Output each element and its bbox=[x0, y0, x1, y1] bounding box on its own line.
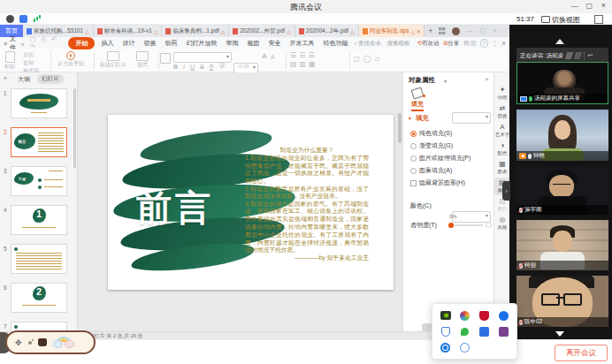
hamburger-icon[interactable]: ≡ bbox=[4, 41, 7, 47]
slide-4-thumbnail[interactable]: 1 bbox=[11, 205, 67, 235]
tab-review[interactable]: 审阅 bbox=[223, 38, 241, 49]
doc-tab-3[interactable]: 临床鲁典档...1.pdf bbox=[162, 25, 229, 37]
strikethrough-button[interactable]: S bbox=[200, 64, 204, 70]
participant-tile-2[interactable]: 钟晗 bbox=[516, 110, 608, 161]
tab-features[interactable]: 特色功能 bbox=[320, 38, 350, 49]
tray-bluetooth-icon[interactable] bbox=[499, 311, 509, 321]
avatar[interactable] bbox=[452, 27, 460, 35]
participant-tile-5[interactable]: 陈中02 bbox=[516, 276, 608, 327]
strip-transition[interactable]: ⇄切换 bbox=[494, 103, 510, 121]
align-icons[interactable]: ▤▥▦ bbox=[290, 60, 318, 68]
bullet-list-icons[interactable]: ☰☰☰ bbox=[290, 51, 317, 59]
more-menu-icon[interactable] bbox=[492, 40, 498, 47]
shape-tools-icons[interactable]: ◻◯▱ bbox=[354, 55, 384, 63]
copy-button[interactable]: 复制 bbox=[23, 59, 39, 67]
thumb-row-2[interactable]: 2 前言 bbox=[0, 127, 78, 163]
italic-button[interactable]: I bbox=[183, 64, 185, 70]
slide-title[interactable]: 前言 bbox=[136, 184, 214, 232]
slide-3-thumbnail[interactable]: 目录 bbox=[11, 166, 67, 196]
participant-tile-3[interactable]: 涂宇南 bbox=[516, 166, 608, 215]
tab-close-icon[interactable] bbox=[417, 28, 420, 34]
tray-nvidia-icon[interactable] bbox=[440, 311, 451, 320]
new-tab-button[interactable]: + bbox=[428, 27, 432, 35]
thumb-row-3[interactable]: 3 目录 bbox=[0, 166, 78, 201]
fill-tab[interactable]: 填充 bbox=[411, 100, 424, 111]
slide-2-thumbnail[interactable]: 前言 bbox=[11, 127, 67, 157]
scroll-up-arrow-icon[interactable] bbox=[555, 39, 564, 44]
tray-purple-icon[interactable] bbox=[499, 327, 509, 337]
fill-style-select[interactable] bbox=[452, 112, 491, 124]
layout-button[interactable]: 版式 bbox=[133, 51, 152, 69]
return-arrow-icon[interactable]: ↩ bbox=[587, 52, 593, 59]
collapse-panel-icon[interactable]: « bbox=[4, 75, 7, 81]
doc-tab-2[interactable]: 标准金科函...19-v1 bbox=[94, 25, 163, 37]
pet-weather-widget[interactable]: ✥ bbox=[5, 330, 96, 354]
share-button[interactable]: 分享 bbox=[448, 40, 459, 48]
shield-icon[interactable] bbox=[19, 15, 27, 23]
tab-developer[interactable]: 开发工具 bbox=[287, 38, 317, 49]
decrease-font-button[interactable]: A bbox=[271, 54, 274, 60]
switch-view-button[interactable]: 切换视图 bbox=[552, 15, 580, 25]
slide-5-thumbnail[interactable] bbox=[11, 244, 67, 274]
hide-background-checkbox[interactable]: 隐藏背景图形(H) bbox=[410, 178, 465, 187]
new-slide-button[interactable]: 新建幻灯片 bbox=[96, 51, 131, 69]
thumb-row-1[interactable]: 1 bbox=[0, 88, 78, 124]
tab-slideshow[interactable]: 幻灯片放映 bbox=[183, 38, 219, 49]
doc-tab-4[interactable]: 202002...外贸.pdf bbox=[229, 25, 295, 37]
increase-font-button[interactable]: A bbox=[262, 52, 267, 60]
participant-tile-4[interactable]: 柯创 bbox=[516, 220, 608, 270]
close-button[interactable]: × bbox=[601, 1, 606, 10]
tray-green-icon[interactable] bbox=[461, 328, 469, 336]
transparency-slider-track[interactable] bbox=[449, 224, 483, 226]
slide[interactable]: 前言 制造业为什么重要？ 1.制造业创造的就业岗位最多，正因为有了劳动密集型产业… bbox=[108, 115, 394, 290]
fill-option-solid[interactable]: 纯色填充(S) bbox=[410, 129, 452, 138]
slides-tab[interactable]: 幻灯片 bbox=[37, 74, 64, 84]
fill-option-gradient[interactable]: 渐变填充(G) bbox=[410, 141, 453, 150]
scroll-down-arrow-icon[interactable] bbox=[555, 331, 564, 337]
help-icon[interactable]: ? bbox=[480, 39, 488, 48]
tray-blue-square-icon[interactable] bbox=[479, 327, 489, 337]
slide-1-thumbnail[interactable] bbox=[11, 88, 67, 118]
strip-style[interactable]: ◎风格 bbox=[494, 215, 510, 232]
tray-color-wheel-icon[interactable] bbox=[460, 311, 470, 321]
tab-grid-icon[interactable] bbox=[439, 27, 446, 34]
sidebar-collapse-handle[interactable]: › bbox=[502, 181, 510, 201]
sync-status[interactable]: 有改动 bbox=[422, 40, 440, 48]
tab-transition[interactable]: 切换 bbox=[141, 38, 158, 49]
thumb-row-5[interactable]: 5 bbox=[0, 244, 78, 279]
strip-wordart[interactable]: A艺术字 bbox=[494, 122, 510, 140]
move-icon[interactable]: ✥ bbox=[15, 338, 22, 347]
slide-6-thumbnail[interactable]: 2 bbox=[11, 283, 67, 313]
panel-title-chevron-icon[interactable]: ▾ bbox=[444, 78, 447, 84]
command-search-input[interactable]: 查找命令、搜索模板 bbox=[358, 40, 410, 48]
tray-mcafee-shield-icon[interactable] bbox=[479, 311, 489, 321]
panel-close-icon[interactable]: × bbox=[485, 75, 489, 83]
rainbow-icon[interactable] bbox=[53, 337, 74, 348]
bold-button[interactable]: B bbox=[173, 64, 178, 70]
fullscreen-icon[interactable] bbox=[594, 15, 603, 24]
canvas-scrollbar[interactable] bbox=[398, 113, 402, 143]
outline-tab[interactable]: 大纲 bbox=[18, 75, 30, 84]
fill-option-pattern[interactable]: 图案填充(A) bbox=[410, 166, 452, 175]
layout-toggle-icons[interactable]: ▤▥ bbox=[463, 40, 477, 47]
strip-animation[interactable]: ✦动画 bbox=[494, 85, 510, 102]
color-select[interactable] bbox=[452, 211, 491, 223]
reset-icon[interactable] bbox=[160, 53, 171, 64]
shirt-icon[interactable] bbox=[38, 338, 47, 346]
tray-shield-icon[interactable] bbox=[441, 327, 450, 337]
thumbnail-scrollbar[interactable] bbox=[73, 88, 76, 168]
maximize-button[interactable]: ▢ bbox=[585, 2, 593, 10]
participant-tile-1[interactable]: 汤宛凌的屏幕共享 bbox=[516, 62, 608, 104]
slide-body-textbox[interactable]: 制造业为什么重要？ 1.制造业创造的就业岗位最多，正因为有了劳动密集型产业，才能… bbox=[245, 147, 369, 262]
tab-home[interactable]: 开始 bbox=[68, 37, 95, 49]
leave-meeting-button[interactable]: 离开会议 bbox=[555, 345, 608, 361]
tab-design[interactable]: 设计 bbox=[119, 38, 137, 49]
tab-animation[interactable]: 动画 bbox=[162, 38, 180, 49]
doc-tab-5[interactable]: 202004...2年.pdf bbox=[295, 25, 359, 37]
tray-clock-icon[interactable] bbox=[440, 343, 450, 353]
thumb-row-4[interactable]: 4 1 bbox=[0, 205, 78, 240]
strip-colorscheme[interactable]: ◑配色 bbox=[494, 140, 510, 158]
info-icon[interactable] bbox=[6, 15, 14, 23]
tab-view[interactable]: 视图 bbox=[244, 38, 262, 49]
fill-option-picture[interactable]: 图片或纹理填充(P) bbox=[410, 154, 470, 163]
